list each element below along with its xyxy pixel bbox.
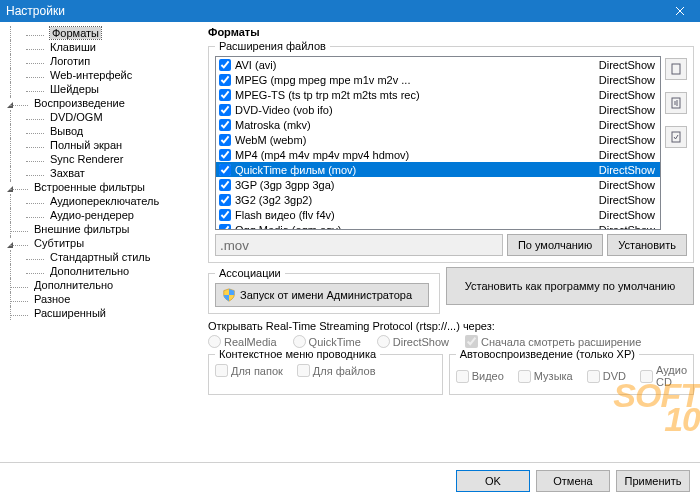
set-button[interactable]: Установить [607,234,687,256]
autoplay-cd[interactable]: Аудио CD [640,364,687,388]
sidebar-item[interactable]: Расширенный [0,306,199,320]
default-button[interactable]: По умолчанию [507,234,603,256]
format-row[interactable]: DVD-Video (vob ifo)DirectShow [216,102,660,117]
sidebar-item[interactable]: Дополнительно [0,278,199,292]
format-checkbox[interactable] [219,164,231,176]
sidebar-item-label: Захват [50,167,85,179]
page-title: Форматы [208,26,694,38]
format-row[interactable]: MP4 (mp4 m4v mp4v mpv4 hdmov)DirectShow [216,147,660,162]
run-as-admin-button[interactable]: Запуск от имени Администратора [215,283,429,307]
page-icon [670,63,682,75]
format-engine: DirectShow [599,149,657,161]
sidebar-item[interactable]: Воспроизведение [0,96,199,110]
format-engine: DirectShow [599,59,657,71]
format-checkbox[interactable] [219,179,231,191]
side-btn-2[interactable] [665,92,687,114]
context-files[interactable]: Для файлов [297,364,376,377]
rtsp-check-ext[interactable]: Сначала смотреть расширение [465,335,641,348]
format-row[interactable]: Matroska (mkv)DirectShow [216,117,660,132]
format-row[interactable]: WebM (webm)DirectShow [216,132,660,147]
main-panel: Форматы Расширения файлов AVI (avi)Direc… [200,22,700,462]
autoplay-video[interactable]: Видео [456,370,504,383]
sidebar-item-label: Аудио-рендерер [50,209,134,221]
sidebar-item[interactable]: Аудиопереключатель [0,194,199,208]
format-engine: DirectShow [599,209,657,221]
sidebar-item[interactable]: Разное [0,292,199,306]
sidebar-item[interactable]: Захват [0,166,199,180]
sidebar-item[interactable]: Внешние фильтры [0,222,199,236]
format-row[interactable]: QuickTime фильм (mov)DirectShow [216,162,660,177]
format-checkbox[interactable] [219,194,231,206]
format-engine: DirectShow [599,104,657,116]
apply-button[interactable]: Применить [616,470,690,492]
format-checkbox[interactable] [219,119,231,131]
format-checkbox[interactable] [219,59,231,71]
sidebar-item-label: Встроенные фильтры [34,181,145,193]
format-row[interactable]: Flash видео (flv f4v)DirectShow [216,207,660,222]
shield-icon [222,288,236,302]
sidebar-item[interactable]: Дополнительно [0,264,199,278]
sidebar-item[interactable]: Логотип [0,54,199,68]
format-name: WebM (webm) [235,134,599,146]
ok-button[interactable]: OK [456,470,530,492]
rtsp-realmedia[interactable]: RealMedia [208,335,277,348]
sidebar-item[interactable]: Субтитры [0,236,199,250]
format-name: MPEG-TS (ts tp trp m2t m2ts mts rec) [235,89,599,101]
sidebar-item[interactable]: Web-интерфейс [0,68,199,82]
sidebar-item[interactable]: Встроенные фильтры [0,180,199,194]
format-row[interactable]: 3G2 (3g2 3gp2)DirectShow [216,192,660,207]
format-row[interactable]: Ogg Media (ogm ogv)DirectShow [216,222,660,230]
format-list[interactable]: AVI (avi)DirectShowMPEG (mpg mpeg mpe m1… [215,56,661,230]
window-title: Настройки [6,4,65,18]
rtsp-label: Открывать Real-Time Streaming Protocol (… [208,320,694,332]
format-checkbox[interactable] [219,89,231,101]
sidebar-item-label: Внешние фильтры [34,223,129,235]
sidebar-item[interactable]: Шейдеры [0,82,199,96]
sidebar-item-label: Расширенный [34,307,106,319]
side-btn-3[interactable] [665,126,687,148]
sidebar-item[interactable]: Форматы [0,26,199,40]
assoc-group: Ассоциации Запуск от имени Администратор… [208,267,440,314]
sidebar-item[interactable]: Клавиши [0,40,199,54]
format-engine: DirectShow [599,224,657,231]
side-btn-1[interactable] [665,58,687,80]
format-row[interactable]: MPEG (mpg mpeg mpe m1v m2v ...DirectShow [216,72,660,87]
sidebar-item[interactable]: Полный экран [0,138,199,152]
format-row[interactable]: MPEG-TS (ts tp trp m2t m2ts mts rec)Dire… [216,87,660,102]
rtsp-quicktime[interactable]: QuickTime [293,335,361,348]
format-checkbox[interactable] [219,134,231,146]
format-engine: DirectShow [599,119,657,131]
format-checkbox[interactable] [219,104,231,116]
format-row[interactable]: 3GP (3gp 3gpp 3ga)DirectShow [216,177,660,192]
format-checkbox[interactable] [219,74,231,86]
sidebar-item-label: Дополнительно [34,279,113,291]
format-name: Matroska (mkv) [235,119,599,131]
format-engine: DirectShow [599,164,657,176]
autoplay-music[interactable]: Музыка [518,370,573,383]
cancel-button[interactable]: Отмена [536,470,610,492]
sidebar-item[interactable]: Стандартный стиль [0,250,199,264]
sidebar-item-label: Разное [34,293,70,305]
set-default-program-button[interactable]: Установить как программу по умолчанию [446,267,694,305]
format-checkbox[interactable] [219,224,231,231]
context-folders[interactable]: Для папок [215,364,283,377]
format-checkbox[interactable] [219,149,231,161]
sidebar-item[interactable]: Вывод [0,124,199,138]
sidebar-item[interactable]: Аудио-рендерер [0,208,199,222]
autoplay-legend: Автовоспроизведение (только XP) [456,348,639,360]
sidebar-item-label: Дополнительно [50,265,129,277]
format-name: 3G2 (3g2 3gp2) [235,194,599,206]
format-checkbox[interactable] [219,209,231,221]
rtsp-directshow[interactable]: DirectShow [377,335,449,348]
sidebar-item-label: Логотип [50,55,90,67]
autoplay-dvd[interactable]: DVD [587,370,626,383]
set-default-program-label: Установить как программу по умолчанию [465,280,676,292]
sidebar-item[interactable]: DVD/OGM [0,110,199,124]
svg-rect-0 [672,64,680,74]
sidebar-item[interactable]: Sync Renderer [0,152,199,166]
format-row[interactable]: AVI (avi)DirectShow [216,57,660,72]
close-button[interactable] [660,0,700,22]
sidebar-item-label: Аудиопереключатель [50,195,159,207]
ext-input[interactable] [215,234,503,256]
sidebar-item-label: Форматы [50,27,101,39]
